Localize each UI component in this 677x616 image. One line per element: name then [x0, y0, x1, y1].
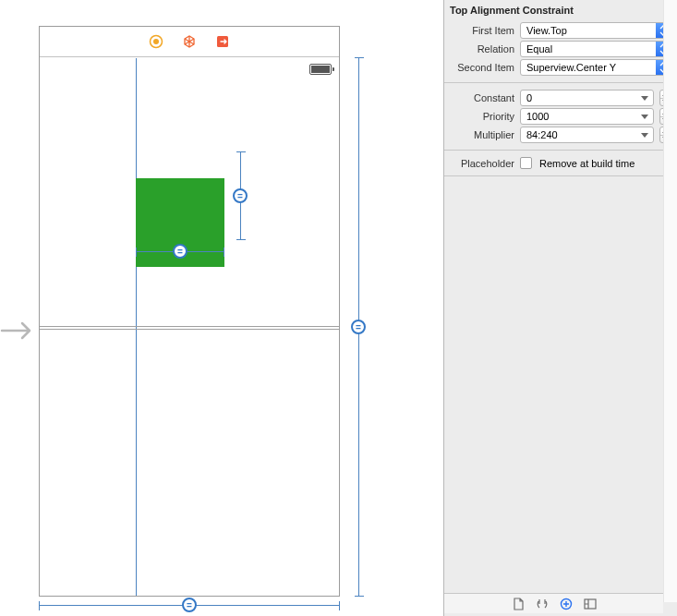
divider: [444, 150, 677, 151]
first-item-label: First Item: [444, 25, 516, 36]
status-bar: [309, 58, 332, 75]
placeholder-checkbox[interactable]: [520, 157, 532, 169]
first-item-value: View.Top: [526, 25, 567, 36]
center-y-guide-upper: [40, 326, 339, 327]
view-controller-icon[interactable]: [149, 34, 163, 49]
view-controller-scene[interactable]: [39, 26, 340, 597]
relation-value: Equal: [526, 43, 552, 54]
chevron-down-icon: [641, 133, 648, 138]
multiplier-field[interactable]: 84:240: [520, 127, 654, 143]
second-item-popup[interactable]: Superview.Center Y: [520, 59, 671, 76]
inspector-tab-bar: [444, 593, 663, 613]
multiplier-label: Multiplier: [444, 129, 516, 140]
constraint-badge-width[interactable]: =: [182, 598, 197, 612]
exit-icon[interactable]: [215, 34, 230, 49]
section-title: Top Alignment Constraint: [444, 0, 677, 21]
vertical-layout-guide: [136, 58, 137, 596]
divider: [444, 175, 677, 176]
constraint-badge-green-height[interactable]: =: [233, 188, 248, 203]
multiplier-value: 84:240: [526, 129, 558, 140]
badge-text: =: [187, 600, 192, 610]
constraint-badge-height[interactable]: =: [351, 320, 366, 334]
second-item-label: Second Item: [444, 62, 516, 73]
relation-popup[interactable]: Equal: [520, 41, 671, 57]
battery-icon: [309, 64, 332, 75]
badge-text: =: [237, 191, 243, 201]
root-view[interactable]: [40, 58, 339, 596]
chevron-down-icon: [641, 96, 648, 101]
chevron-down-icon: [641, 115, 648, 119]
vertical-scrollbar[interactable]: [663, 0, 677, 602]
first-item-popup[interactable]: View.Top: [520, 22, 671, 39]
relation-label: Relation: [444, 43, 516, 54]
svg-point-1: [153, 39, 159, 44]
quick-help-tab-icon[interactable]: [535, 597, 550, 611]
size-inspector-tab-icon[interactable]: [559, 597, 574, 611]
placeholder-label: Placeholder: [444, 158, 516, 169]
divider: [444, 82, 677, 83]
interface-builder-canvas[interactable]: = = = =: [0, 0, 443, 616]
badge-text: =: [356, 322, 361, 332]
size-inspector-panel: Top Alignment Constraint First Item View…: [443, 0, 677, 616]
priority-value: 1000: [526, 111, 549, 122]
first-responder-icon[interactable]: [182, 34, 197, 49]
constant-value: 0: [526, 92, 532, 103]
priority-label: Priority: [444, 111, 516, 122]
connections-inspector-tab-icon[interactable]: [583, 597, 598, 611]
constant-field[interactable]: 0: [520, 90, 654, 106]
scene-dock[interactable]: [40, 27, 339, 57]
placeholder-checkbox-label: Remove at build time: [539, 158, 635, 169]
segue-arrow-icon: [0, 320, 35, 344]
badge-text: =: [177, 247, 183, 257]
center-y-guide-lower: [40, 329, 339, 330]
second-item-value: Superview.Center Y: [526, 62, 616, 73]
constraint-badge-green-width[interactable]: =: [173, 244, 187, 259]
priority-field[interactable]: 1000: [520, 108, 654, 125]
file-inspector-tab-icon[interactable]: [511, 597, 526, 611]
constant-label: Constant: [444, 92, 516, 103]
